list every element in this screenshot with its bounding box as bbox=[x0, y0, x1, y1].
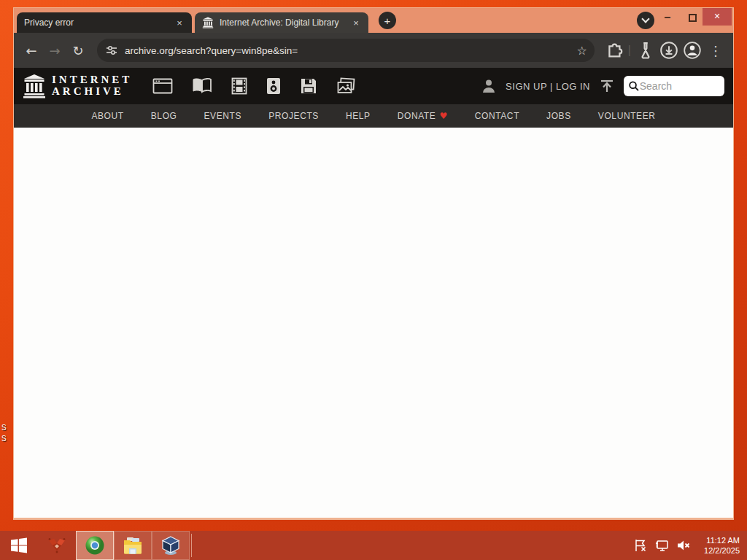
site-settings-icon[interactable] bbox=[106, 44, 117, 56]
reload-button[interactable]: ↻ bbox=[68, 40, 88, 61]
images-media-icon[interactable] bbox=[336, 77, 355, 95]
chevron-down-icon bbox=[641, 15, 649, 23]
labs-flask-icon[interactable] bbox=[635, 40, 656, 61]
clock-time: 11:12 AM bbox=[704, 535, 740, 545]
media-type-icons bbox=[152, 77, 355, 95]
close-window-button[interactable]: × bbox=[703, 8, 732, 26]
volume-muted-icon[interactable] bbox=[676, 539, 691, 552]
forward-button[interactable]: → bbox=[44, 40, 65, 61]
maximize-button[interactable] bbox=[689, 14, 697, 22]
clock-date: 12/2/2025 bbox=[704, 545, 740, 556]
taskbar-chromium[interactable] bbox=[76, 531, 114, 560]
heart-icon: ♥ bbox=[439, 111, 447, 121]
internet-archive-building-icon bbox=[23, 74, 46, 98]
internet-archive-header: INTERNET ARCHIVE bbox=[14, 68, 733, 104]
new-tab-button[interactable]: + bbox=[379, 12, 396, 29]
site-search-box[interactable] bbox=[624, 76, 724, 96]
windows-taskbar: 11:12 AM 12/2/2025 bbox=[0, 531, 747, 560]
software-media-icon[interactable] bbox=[300, 77, 317, 95]
minimize-button[interactable]: – bbox=[659, 9, 676, 27]
desktop-icon-label-fragment: S bbox=[1, 424, 7, 432]
upload-icon[interactable] bbox=[599, 78, 615, 94]
sign-up-log-in-link[interactable]: SIGN UP | LOG IN bbox=[506, 81, 590, 92]
tab-close-icon[interactable]: × bbox=[173, 16, 186, 29]
internet-archive-favicon-icon bbox=[202, 17, 214, 28]
windows-logo-icon bbox=[11, 537, 27, 553]
red-origami-app-icon bbox=[47, 536, 66, 555]
browser-window: Privacy error × Internet Archive: Digita… bbox=[13, 7, 734, 520]
search-input[interactable] bbox=[640, 80, 720, 92]
tab-search-button[interactable] bbox=[637, 12, 654, 29]
taskbar-virtualbox[interactable] bbox=[152, 531, 190, 560]
tab-internet-archive[interactable]: Internet Archive: Digital Library × bbox=[195, 12, 368, 33]
taskbar-file-explorer[interactable] bbox=[114, 531, 152, 560]
system-tray: 11:12 AM 12/2/2025 bbox=[634, 531, 747, 560]
nav-volunteer[interactable]: VOLUNTEER bbox=[598, 111, 656, 121]
texts-media-icon[interactable] bbox=[192, 78, 212, 94]
start-button[interactable] bbox=[0, 531, 38, 560]
taskbar-separator bbox=[191, 534, 192, 557]
action-center-flag-error-icon[interactable] bbox=[634, 539, 647, 552]
nav-about[interactable]: ABOUT bbox=[91, 111, 123, 121]
internet-archive-nav: ABOUT BLOG EVENTS PROJECTS HELP DONATE♥ … bbox=[14, 104, 733, 128]
nav-projects[interactable]: PROJECTS bbox=[268, 111, 319, 121]
taskbar-red-origami-app[interactable] bbox=[38, 531, 76, 560]
toolbar-separator: | bbox=[628, 44, 631, 57]
bookmark-star-icon[interactable]: ☆ bbox=[577, 44, 587, 58]
person-icon bbox=[481, 78, 497, 94]
extensions-icon[interactable] bbox=[603, 40, 624, 61]
nav-events[interactable]: EVENTS bbox=[204, 111, 242, 121]
header-account-area: SIGN UP | LOG IN bbox=[481, 76, 724, 96]
tab-title: Internet Archive: Digital Library bbox=[220, 18, 345, 28]
nav-donate[interactable]: DONATE♥ bbox=[398, 111, 448, 121]
browser-menu-icon[interactable]: ⋮ bbox=[705, 40, 726, 61]
address-bar[interactable]: archive.org/search?query=win8pe&sin= ☆ bbox=[97, 39, 595, 62]
url-text[interactable]: archive.org/search?query=win8pe&sin= bbox=[125, 45, 577, 56]
audio-media-icon[interactable] bbox=[266, 77, 281, 95]
network-status-icon[interactable] bbox=[654, 539, 669, 552]
back-button[interactable]: ← bbox=[21, 40, 42, 61]
taskbar-clock[interactable]: 11:12 AM 12/2/2025 bbox=[698, 535, 740, 556]
downloads-icon[interactable] bbox=[659, 40, 679, 61]
page-content-blank bbox=[14, 128, 733, 518]
profile-avatar-icon[interactable] bbox=[682, 40, 703, 61]
desktop-icon-label-fragment: S bbox=[1, 435, 7, 443]
virtualbox-icon bbox=[160, 535, 181, 556]
internet-archive-logo[interactable]: INTERNET ARCHIVE bbox=[23, 74, 132, 98]
video-media-icon[interactable] bbox=[231, 77, 247, 95]
nav-jobs[interactable]: JOBS bbox=[546, 111, 571, 121]
chromium-icon bbox=[85, 535, 105, 556]
internet-archive-wordmark: INTERNET ARCHIVE bbox=[52, 74, 132, 98]
tab-privacy-error[interactable]: Privacy error × bbox=[17, 12, 192, 33]
tab-title: Privacy error bbox=[24, 18, 169, 28]
tab-close-icon[interactable]: × bbox=[349, 16, 363, 29]
nav-contact[interactable]: CONTACT bbox=[475, 111, 519, 121]
nav-blog[interactable]: BLOG bbox=[151, 111, 177, 121]
file-explorer-icon bbox=[123, 536, 143, 555]
nav-help[interactable]: HELP bbox=[346, 111, 371, 121]
tab-strip: Privacy error × Internet Archive: Digita… bbox=[14, 8, 733, 33]
browser-toolbar: ← → ↻ archive.org/search?query=win8pe&si… bbox=[14, 33, 733, 68]
web-media-icon[interactable] bbox=[152, 78, 173, 94]
search-icon bbox=[628, 79, 640, 93]
